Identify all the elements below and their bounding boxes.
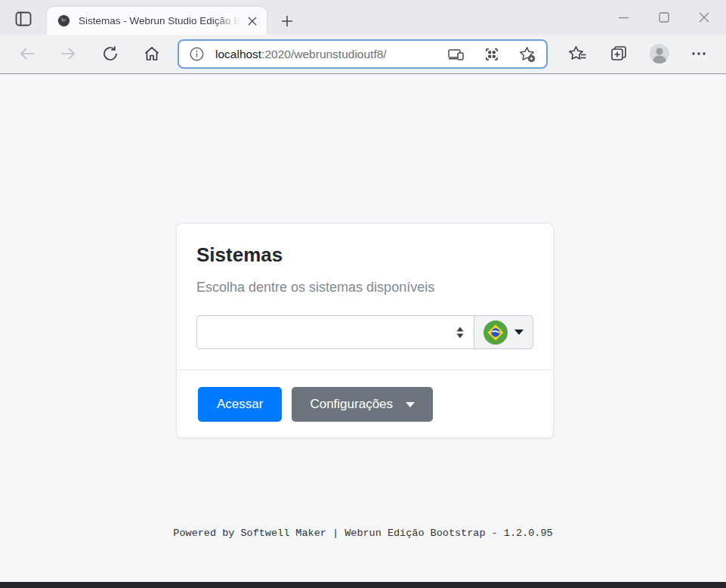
forward-icon[interactable] — [54, 41, 82, 67]
app-grid-icon[interactable] — [483, 46, 500, 63]
language-caret-icon — [514, 330, 524, 335]
collections-icon[interactable] — [605, 41, 632, 67]
card-subtitle: Escolha dentre os sistemas disponíveis — [196, 280, 533, 296]
toolbar-right — [564, 41, 726, 67]
new-tab-button[interactable] — [276, 11, 298, 31]
minimize-button[interactable] — [604, 0, 644, 35]
tab-actions-menu-icon[interactable] — [13, 10, 34, 28]
tab-title: Sistemas - Webrun Studio Edição Bootstra… — [79, 15, 244, 26]
access-button[interactable]: Acessar — [198, 387, 282, 422]
profile-avatar[interactable] — [646, 41, 673, 67]
tab-favicon-icon — [57, 14, 71, 28]
brazil-flag-icon — [483, 320, 508, 345]
refresh-icon[interactable] — [97, 41, 124, 67]
tab-bar: Sistemas - Webrun Studio Edição Bootstra… — [0, 0, 726, 35]
page-content: Sistemas Escolha dentre os sistemas disp… — [0, 75, 726, 582]
back-icon[interactable] — [14, 41, 41, 67]
browser-window: Sistemas - Webrun Studio Edição Bootstra… — [0, 0, 726, 588]
select-updown-icon — [455, 326, 465, 339]
browser-toolbar: localhost:2020/webrunstudioutf8/ — [0, 35, 726, 74]
url-host: localhost — [215, 48, 261, 60]
systems-card: Sistemas Escolha dentre os sistemas disp… — [176, 223, 554, 438]
card-footer: Acessar Configurações — [177, 370, 553, 438]
add-favorite-icon[interactable] — [519, 46, 536, 63]
system-select-group — [196, 315, 533, 349]
address-bar[interactable]: localhost:2020/webrunstudioutf8/ — [178, 39, 548, 69]
settings-dropdown-button[interactable]: Configurações — [292, 387, 433, 422]
url-text[interactable]: localhost:2020/webrunstudioutf8/ — [215, 48, 448, 61]
tab-close-icon[interactable] — [244, 13, 261, 29]
url-path: :2020/webrunstudioutf8/ — [261, 48, 386, 60]
window-controls — [604, 0, 724, 35]
home-icon[interactable] — [138, 41, 165, 67]
system-select[interactable] — [196, 315, 474, 349]
addressbar-icons — [448, 46, 536, 63]
site-info-icon[interactable] — [187, 45, 206, 64]
powered-by-footer: Powered by Softwell Maker | Webrun Ediçã… — [0, 528, 726, 539]
maximize-button[interactable] — [644, 0, 684, 35]
settings-more-icon[interactable] — [685, 41, 712, 67]
favorites-icon[interactable] — [564, 41, 592, 67]
send-to-devices-icon[interactable] — [448, 46, 465, 63]
close-window-button[interactable] — [684, 0, 724, 35]
card-body: Sistemas Escolha dentre os sistemas disp… — [177, 224, 553, 370]
taskbar-edge — [0, 582, 726, 588]
page-title: Sistemas — [196, 243, 533, 267]
settings-button-label: Configurações — [310, 397, 393, 412]
language-dropdown-button[interactable] — [474, 315, 533, 349]
browser-tab-active[interactable]: Sistemas - Webrun Studio Edição Bootstra… — [47, 7, 267, 35]
settings-caret-icon — [406, 402, 415, 407]
